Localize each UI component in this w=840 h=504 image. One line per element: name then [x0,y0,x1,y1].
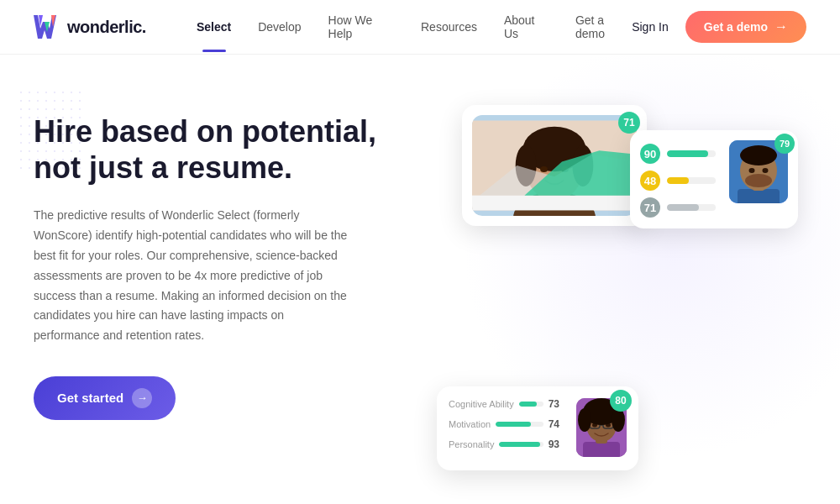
score-bar-fill-3 [667,204,699,211]
score-row-90: 90 [640,144,716,164]
logo[interactable]: wonderlic. [34,15,146,39]
svg-rect-25 [583,442,620,457]
card-1-inner: 71 [462,105,647,226]
attr-score-motivation: 74 [549,418,559,430]
get-demo-button[interactable]: Get a demo → [685,11,806,43]
svg-point-35 [612,408,625,432]
candidate-card-1: 71 [462,105,647,226]
logo-text: wonderlic. [67,18,146,37]
arrow-circle-icon: → [132,388,152,408]
svg-point-21 [745,174,772,187]
attr-bar-cognitive [519,402,543,407]
attr-fill-personality [499,442,540,447]
score-badge-card2: 79 [774,134,795,154]
attr-row-personality: Personality 93 [449,438,559,450]
score-bar-fill-2 [667,177,689,184]
profile-svg-1 [472,115,637,216]
svg-rect-17 [738,189,780,203]
nav-develop[interactable]: Develop [258,20,301,34]
attr-row-motivation: Motivation 74 [449,418,559,430]
svg-point-11 [540,166,548,172]
hero-section: Hire based on potential, not just a resu… [0,55,840,504]
attr-score-cognitive: 73 [549,398,559,410]
attr-score-personality: 93 [549,438,559,450]
attr-label-cognitive: Cognitive Ability [449,399,514,409]
nav-about-us[interactable]: About Us [504,13,549,40]
card3-profile-wrap: 80 [568,398,627,457]
score-row-48: 48 [640,171,716,191]
nav-get-demo[interactable]: Get a demo [575,13,632,40]
svg-point-34 [578,408,591,432]
profile-image-1 [472,115,637,216]
attr-fill-cognitive [519,402,537,407]
svg-point-22 [749,168,755,173]
hero-left: Hire based on potential, not just a resu… [34,97,386,504]
attr-bar-motivation [496,422,543,427]
nav-resources[interactable]: Resources [421,20,477,34]
nav-select[interactable]: Select [197,20,231,34]
nav-links: Select Develop How We Help Resources Abo… [197,13,632,40]
score-num-71: 71 [640,197,660,218]
arrow-icon: → [774,19,788,34]
get-started-button[interactable]: Get started → [34,376,176,420]
attr-fill-motivation [496,422,531,427]
score-num-48: 48 [640,171,660,191]
sign-in-link[interactable]: Sign In [632,20,669,34]
nav-how-we-help[interactable]: How We Help [328,13,394,40]
candidate-card-3: Cognitive Ability 73 Motivation 74 [437,386,638,470]
score-badge-1: 71 [618,112,640,134]
score-bar-track-3 [667,204,716,211]
score-bar-track-1 [667,150,716,157]
hero-title: Hire based on potential, not just a resu… [34,113,386,186]
candidate-card-2: 79 90 48 71 [630,130,798,228]
card3-attrs: Cognitive Ability 73 Motivation 74 [449,398,559,459]
score-row-71: 71 [640,197,716,218]
attr-label-motivation: Motivation [449,419,491,429]
attr-label-personality: Personality [449,439,494,449]
svg-rect-13 [472,196,637,211]
score-num-90: 90 [640,144,660,164]
hero-body: The predictive results of Wonderlic Sele… [34,206,353,346]
logo-icon [34,15,60,39]
nav-right: Sign In Get a demo → [632,11,806,43]
score-badge-card3: 80 [610,390,632,412]
score-bar-track-2 [667,177,716,184]
navbar: wonderlic. Select Develop How We Help Re… [0,0,840,55]
attr-row-cognitive: Cognitive Ability 73 [449,398,559,410]
svg-point-20 [740,145,777,165]
svg-point-23 [763,168,769,173]
score-bar-fill-1 [667,150,708,157]
attr-bar-personality [499,442,543,447]
hero-right: 71 [412,97,806,504]
score-bars: 90 48 71 [640,144,716,218]
